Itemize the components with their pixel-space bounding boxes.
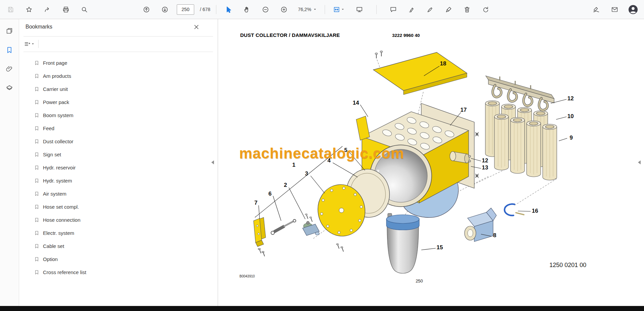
bookmark-ribbon-icon — [34, 217, 39, 222]
fill-sign-button[interactable] — [442, 3, 455, 16]
bookmark-item[interactable]: Am products — [19, 69, 218, 83]
redo-icon — [482, 6, 489, 13]
bookmark-item[interactable]: Dust collector — [19, 135, 218, 148]
redo-button[interactable] — [479, 3, 492, 16]
bookmark-item[interactable]: Hose set compl. — [19, 200, 218, 213]
bookmark-item[interactable]: Option — [19, 253, 218, 266]
bookmark-ribbon-icon — [34, 178, 39, 183]
highlight-button[interactable] — [406, 3, 418, 16]
divider — [216, 5, 216, 14]
bookmark-ribbon-icon — [34, 230, 39, 236]
bookmark-item-label: Cross reference list — [43, 269, 86, 275]
bookmark-item-label: Option — [43, 256, 58, 262]
email-button[interactable] — [608, 3, 621, 16]
e-sign-icon — [593, 6, 600, 13]
bookmark-item-label: Hose set compl. — [43, 204, 79, 210]
bookmark-item[interactable]: Hose connection — [19, 213, 218, 226]
close-panel-button[interactable] — [190, 20, 203, 33]
bookmark-ribbon-icon — [34, 204, 39, 209]
print-button[interactable] — [59, 3, 72, 16]
options-icon — [24, 41, 31, 48]
bookmark-item[interactable]: Electr. system — [19, 226, 218, 240]
layers-button[interactable] — [3, 82, 15, 94]
callout-label: 5 — [344, 147, 347, 154]
save-icon — [7, 6, 14, 13]
collapse-right-panel-button[interactable] — [638, 160, 641, 164]
bookmark-item-label: Boom system — [43, 112, 73, 118]
avatar-icon — [628, 4, 638, 15]
callout-label: 18 — [440, 60, 446, 67]
bookmark-item[interactable]: Hydr. system — [19, 174, 218, 187]
bookmark-options-button[interactable] — [24, 39, 34, 49]
search-icon — [81, 6, 88, 13]
zoom-level-value: 76,2% — [298, 7, 311, 12]
bookmark-ribbon-icon — [34, 152, 39, 157]
bookmark-item[interactable]: Carrier unit — [19, 83, 218, 96]
hand-tool-button[interactable] — [240, 3, 253, 16]
previous-page-icon — [143, 6, 150, 13]
bookmark-item-label: Carrier unit — [43, 86, 68, 92]
bookmark-item[interactable]: Power pack — [19, 96, 218, 109]
page-thumbnails-icon — [6, 27, 13, 35]
bookmark-ribbon-icon — [34, 165, 39, 170]
document-page: DUST COLLECTOR / DAMMAVSKILJARE 3222 996… — [218, 19, 644, 306]
bookmark-ribbon-icon — [34, 60, 39, 65]
cursor-icon — [225, 6, 232, 13]
bookmark-item[interactable]: Cross reference list — [19, 266, 218, 279]
callout-label: 15 — [437, 244, 443, 251]
taskbar-edge — [0, 306, 644, 311]
select-tool-button[interactable] — [222, 3, 235, 16]
bookmark-item[interactable]: Feed — [19, 122, 218, 135]
next-page-button[interactable] — [158, 3, 171, 16]
bookmark-item-label: Dust collector — [43, 139, 73, 144]
previous-page-button[interactable] — [140, 3, 153, 16]
star-button[interactable] — [22, 3, 35, 16]
chevron-down-icon — [313, 7, 317, 11]
fill-sign-icon — [445, 6, 452, 13]
e-sign-button[interactable] — [590, 3, 602, 16]
page-thumbnails-button[interactable] — [3, 25, 15, 37]
bookmark-ribbon-icon — [34, 100, 39, 105]
zoom-out-button[interactable] — [259, 3, 272, 16]
bookmark-item[interactable]: Air system — [19, 187, 218, 200]
bookmark-ribbon-icon — [34, 113, 39, 118]
next-page-icon — [161, 6, 168, 13]
page-number-input[interactable] — [177, 4, 194, 15]
envelope-icon — [611, 6, 618, 13]
callout-label: 3 — [305, 170, 308, 177]
close-icon — [193, 23, 200, 31]
bookmarks-button[interactable] — [3, 44, 15, 56]
scrolling-mode-button[interactable] — [353, 3, 366, 16]
callout-label: 8 — [493, 232, 496, 239]
profile-avatar[interactable] — [627, 3, 639, 16]
bookmarks-panel: Bookmarks Front pageAm productsCarrier u… — [19, 19, 218, 306]
bookmark-ribbon-icon — [34, 139, 39, 144]
bookmark-ribbon-icon — [34, 126, 39, 131]
comment-button[interactable] — [387, 3, 400, 16]
callout-label: 14 — [353, 100, 359, 106]
bookmark-item-label: Power pack — [43, 99, 69, 105]
save-button[interactable] — [4, 3, 17, 16]
collapse-panel-button[interactable] — [211, 160, 214, 164]
draw-button[interactable] — [424, 3, 437, 16]
bookmark-item[interactable]: Sign set — [19, 148, 218, 161]
bookmarks-list: Front pageAm productsCarrier unitPower p… — [19, 56, 218, 279]
bookmark-item-label: Hydr. reservoir — [43, 165, 76, 170]
divider — [38, 40, 39, 48]
bookmark-item[interactable]: Hydr. reservoir — [19, 161, 218, 174]
bookmark-item-label: Am products — [43, 73, 71, 79]
bookmark-item[interactable]: Cable set — [19, 240, 218, 253]
fit-width-button[interactable] — [331, 3, 347, 16]
zoom-level-dropdown[interactable]: 76,2% — [296, 5, 319, 13]
bookmark-ribbon-icon — [34, 87, 39, 92]
attachments-button[interactable] — [3, 63, 15, 75]
bookmark-item[interactable]: Front page — [19, 56, 218, 69]
zoom-in-button[interactable] — [277, 3, 290, 16]
bookmark-item[interactable]: Boom system — [19, 109, 218, 122]
trash-icon — [464, 6, 471, 13]
delete-button[interactable] — [461, 3, 474, 16]
callout-label: 10 — [568, 113, 574, 120]
share-button[interactable] — [41, 3, 54, 16]
search-button[interactable] — [78, 3, 91, 16]
paperclip-icon — [6, 65, 13, 73]
